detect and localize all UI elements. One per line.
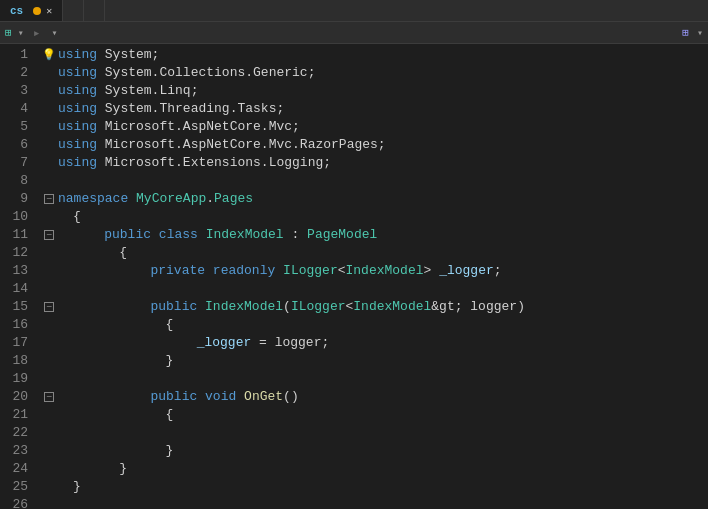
gutter-20[interactable]: − <box>40 388 58 406</box>
token-plain <box>88 262 150 280</box>
code-line-10: { <box>40 208 708 226</box>
token-plain: ; <box>494 262 502 280</box>
gutter-1[interactable]: 💡 <box>40 46 58 64</box>
token-type-green: IndexModel <box>346 262 424 280</box>
token-type-green: IndexModel <box>205 298 283 316</box>
token-plain: } <box>73 478 81 496</box>
token-plain: System.Linq; <box>97 82 198 100</box>
token-plain: System.Threading.Tasks; <box>97 100 284 118</box>
line-number-4: 4 <box>0 100 28 118</box>
token-kw-blue: void <box>205 388 236 406</box>
code-line-8 <box>40 172 708 190</box>
token-plain <box>198 226 206 244</box>
close-icon[interactable]: ✕ <box>46 5 52 17</box>
line-number-23: 23 <box>0 442 28 460</box>
line-number-2: 2 <box>0 64 28 82</box>
token-kw-blue: using <box>58 64 97 82</box>
code-line-15: − public IndexModel(ILogger<IndexModel&g… <box>40 298 708 316</box>
token-plain: System.Collections.Generic; <box>97 64 315 82</box>
nav-class-path[interactable]: ▾ <box>49 26 57 40</box>
line-numbers: 1234567891011121314151617181920212223242… <box>0 44 36 509</box>
tab-mycoreapp[interactable] <box>84 0 105 21</box>
line-number-16: 16 <box>0 316 28 334</box>
line-number-5: 5 <box>0 118 28 136</box>
token-plain: Microsoft.AspNetCore.Mvc; <box>97 118 300 136</box>
line-number-24: 24 <box>0 460 28 478</box>
token-plain: < <box>345 298 353 316</box>
token-plain <box>128 190 136 208</box>
title-bar: cs ✕ <box>0 0 708 22</box>
line-number-18: 18 <box>0 352 28 370</box>
token-plain: < <box>338 262 346 280</box>
code-line-5: using Microsoft.AspNetCore.Mvc; <box>40 118 708 136</box>
token-plain: { <box>88 244 127 262</box>
nav-member[interactable]: ⊞ ▾ <box>682 26 703 39</box>
gutter-15[interactable]: − <box>40 298 58 316</box>
code-line-1: 💡using System; <box>40 46 708 64</box>
line-number-13: 13 <box>0 262 28 280</box>
tab-modified-dot <box>33 7 41 15</box>
token-kw-blue: private <box>150 262 205 280</box>
line-number-7: 7 <box>0 154 28 172</box>
code-line-23: } <box>40 442 708 460</box>
line-number-22: 22 <box>0 424 28 442</box>
nav-dropdown-arrow: ▾ <box>18 27 24 39</box>
token-kw-blue: class <box>159 226 198 244</box>
token-plain: : <box>284 226 307 244</box>
token-kw-blue: readonly <box>213 262 275 280</box>
line-number-26: 26 <box>0 496 28 509</box>
token-kw-blue: using <box>58 154 97 172</box>
tab-index-cshtml[interactable] <box>63 0 84 21</box>
token-plain: () <box>283 388 299 406</box>
line-number-3: 3 <box>0 82 28 100</box>
token-plain: } <box>88 460 127 478</box>
code-line-3: using System.Linq; <box>40 82 708 100</box>
token-kw-blue: using <box>58 100 97 118</box>
token-kw-lightblue: _logger <box>439 262 494 280</box>
code-line-24: } <box>40 460 708 478</box>
cs-file-icon: cs <box>10 5 23 17</box>
collapse-icon[interactable]: − <box>44 230 54 240</box>
line-number-9: 9 <box>0 190 28 208</box>
nav-class-arrow: ▾ <box>51 28 57 39</box>
token-kw-lightblue: _logger <box>197 334 252 352</box>
collapse-icon[interactable]: − <box>44 392 54 402</box>
code-line-13: private readonly ILogger<IndexModel> _lo… <box>40 262 708 280</box>
code-line-21: { <box>40 406 708 424</box>
gutter-11[interactable]: − <box>40 226 58 244</box>
code-line-19 <box>40 370 708 388</box>
code-line-2: using System.Collections.Generic; <box>40 64 708 82</box>
code-line-25: } <box>40 478 708 496</box>
tab-index-cs[interactable]: cs ✕ <box>0 0 63 21</box>
token-type-green: IndexModel <box>206 226 284 244</box>
code-line-18: } <box>40 352 708 370</box>
collapse-icon[interactable]: − <box>44 302 54 312</box>
code-content[interactable]: 💡using System;using System.Collections.G… <box>36 44 708 509</box>
line-number-1: 1 <box>0 46 28 64</box>
lightbulb-icon: 💡 <box>42 49 56 61</box>
token-plain: > <box>424 262 440 280</box>
line-number-17: 17 <box>0 334 28 352</box>
gutter-9[interactable]: − <box>40 190 58 208</box>
token-kw-blue: public <box>73 226 151 244</box>
token-plain <box>103 334 197 352</box>
token-plain <box>236 388 244 406</box>
token-type-green: PageModel <box>307 226 377 244</box>
line-number-12: 12 <box>0 244 28 262</box>
line-number-25: 25 <box>0 478 28 496</box>
code-line-7: using Microsoft.Extensions.Logging; <box>40 154 708 172</box>
token-plain: { <box>73 208 81 226</box>
collapse-icon[interactable]: − <box>44 194 54 204</box>
token-plain <box>197 388 205 406</box>
nav-project[interactable]: ⊞ ▾ <box>5 26 24 39</box>
token-kw-blue: using <box>58 118 97 136</box>
token-plain <box>88 298 150 316</box>
code-line-17: _logger = logger; <box>40 334 708 352</box>
token-plain: System; <box>97 46 159 64</box>
token-type-green: IndexModel <box>353 298 431 316</box>
line-number-19: 19 <box>0 370 28 388</box>
code-line-9: −namespace MyCoreApp.Pages <box>40 190 708 208</box>
line-number-21: 21 <box>0 406 28 424</box>
line-number-8: 8 <box>0 172 28 190</box>
token-plain <box>88 388 150 406</box>
